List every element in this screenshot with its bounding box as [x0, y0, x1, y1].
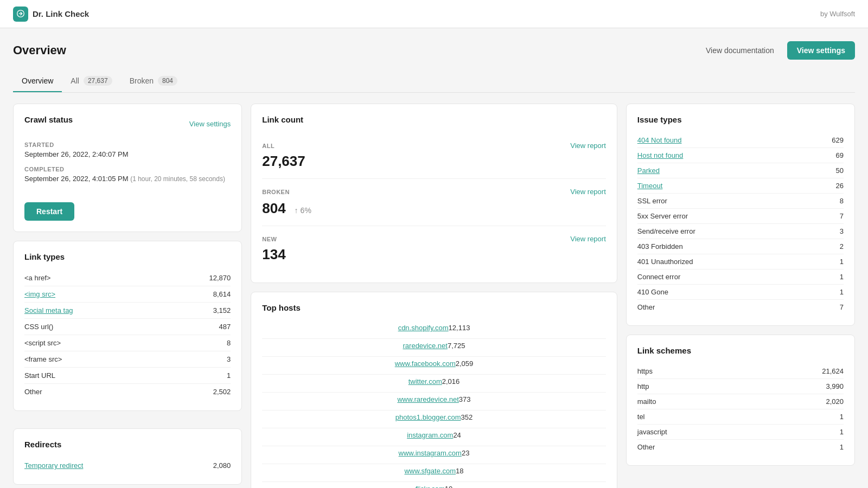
issue-value: 1	[840, 288, 844, 296]
issue-label[interactable]: Parked	[637, 166, 660, 175]
scheme-label: https	[637, 367, 653, 375]
link-schemes-list: https 21,624 http 3,990 mailto 2,020 tel…	[637, 364, 844, 454]
lc-broken-badge-text: 6%	[301, 206, 311, 215]
lc-all-report[interactable]: View report	[570, 142, 606, 150]
page-actions: View documentation View settings	[699, 41, 855, 60]
host-label[interactable]: instagram.com	[407, 431, 453, 439]
issue-label: 403 Forbidden	[637, 242, 683, 251]
issue-label[interactable]: 404 Not found	[637, 136, 682, 144]
view-settings-link[interactable]: View settings	[189, 120, 231, 128]
link-type-label[interactable]: Social meta tag	[24, 306, 73, 314]
list-item: <a href> 12,870	[24, 270, 231, 286]
list-item: www.instagram.com 23	[262, 446, 606, 464]
link-type-value: 3	[227, 355, 231, 363]
view-settings-button[interactable]: View settings	[787, 41, 855, 60]
scheme-label: tel	[637, 413, 645, 421]
tab-broken-label: Broken	[130, 76, 154, 85]
link-count-broken: BROKEN View report 804 ↑ 6%	[262, 179, 606, 226]
redirects-title: Redirects	[24, 440, 231, 449]
link-type-label: Start URL	[24, 371, 55, 380]
list-item: tel 1	[637, 409, 844, 425]
host-label[interactable]: cdn.shopify.com	[398, 324, 449, 332]
lc-broken-header: BROKEN View report	[262, 188, 606, 196]
by-text: by Wulfsoft	[820, 10, 855, 18]
host-label[interactable]: raredevice.net	[403, 342, 448, 350]
top-hosts-list: cdn.shopify.com 12,113 raredevice.net 7,…	[262, 321, 606, 488]
list-item: Social meta tag 3,152	[24, 303, 231, 319]
link-type-label: <script src>	[24, 339, 61, 347]
host-label[interactable]: www.sfgate.com	[404, 467, 456, 475]
page-title: Overview	[13, 43, 66, 57]
list-item: Connect error 1	[637, 269, 844, 285]
lc-all-label: ALL	[262, 143, 275, 149]
page: Overview View documentation View setting…	[0, 28, 868, 488]
issue-label[interactable]: Timeout	[637, 182, 662, 190]
list-item: Timeout 26	[637, 178, 844, 194]
tab-overview[interactable]: Overview	[13, 70, 62, 92]
lc-new-header: NEW View report	[262, 235, 606, 243]
scheme-value: 21,624	[822, 367, 844, 375]
list-item: Host not found 69	[637, 148, 844, 163]
list-item: Start URL 1	[24, 368, 231, 384]
lc-broken-label: BROKEN	[262, 189, 290, 195]
issue-value: 69	[836, 151, 844, 159]
redirect-label[interactable]: Temporary redirect	[24, 461, 83, 470]
link-count-new: NEW View report 134	[262, 226, 606, 272]
issue-value: 629	[832, 136, 844, 144]
list-item: 403 Forbidden 2	[637, 239, 844, 254]
logo: Dr. Link Check	[13, 7, 89, 22]
link-type-label: Other	[24, 388, 42, 396]
lc-broken-value: 804	[262, 200, 285, 217]
completed-note: (1 hour, 20 minutes, 58 seconds)	[130, 175, 225, 183]
host-label[interactable]: flickr.com	[416, 485, 445, 488]
view-docs-button[interactable]: View documentation	[699, 42, 781, 59]
host-value: 7,725	[448, 342, 465, 350]
tab-broken[interactable]: Broken 804	[121, 70, 186, 92]
issue-label: 5xx Server error	[637, 212, 688, 220]
logo-text: Dr. Link Check	[33, 9, 89, 18]
link-count-title: Link count	[262, 115, 606, 124]
list-item: https 21,624	[637, 364, 844, 379]
issue-label[interactable]: Host not found	[637, 151, 684, 159]
link-type-value: 1	[227, 371, 231, 380]
list-item: http 3,990	[637, 379, 844, 394]
issue-value: 1	[840, 258, 844, 266]
issue-label: 410 Gone	[637, 288, 668, 296]
tab-all-label: All	[71, 76, 79, 85]
host-label[interactable]: www.raredevice.net	[397, 395, 458, 403]
host-label[interactable]: www.facebook.com	[395, 359, 456, 368]
list-item: Other 1	[637, 440, 844, 454]
lc-new-report[interactable]: View report	[570, 235, 606, 243]
scheme-label: javascript	[637, 428, 667, 436]
tab-all[interactable]: All 27,637	[62, 70, 120, 92]
link-schemes-title: Link schemes	[637, 346, 844, 355]
link-type-label: <frame src>	[24, 355, 62, 363]
link-schemes-card: Link schemes https 21,624 http 3,990 mai…	[626, 335, 855, 466]
issue-types-title: Issue types	[637, 115, 844, 124]
lc-broken-report[interactable]: View report	[570, 188, 606, 196]
link-type-label: <a href>	[24, 274, 50, 282]
link-type-label[interactable]: <img src>	[24, 290, 55, 298]
issue-value: 8	[840, 197, 844, 205]
top-hosts-card: Top hosts cdn.shopify.com 12,113 raredev…	[251, 292, 617, 488]
tab-overview-label: Overview	[22, 76, 53, 85]
link-type-value: 8	[227, 339, 231, 347]
tabs: Overview All 27,637 Broken 804	[13, 70, 855, 93]
host-label[interactable]: twitter.com	[409, 377, 442, 386]
completed-value: September 26, 2022, 4:01:05 PM (1 hour, …	[24, 175, 231, 183]
arrow-up-icon: ↑	[295, 206, 298, 215]
link-type-label: CSS url()	[24, 323, 53, 331]
issue-value: 7	[840, 303, 844, 311]
scheme-value: 3,990	[826, 382, 844, 390]
restart-button[interactable]: Restart	[24, 202, 74, 221]
link-type-value: 3,152	[213, 306, 231, 314]
redirect-value: 2,080	[213, 461, 231, 470]
list-item: 5xx Server error 7	[637, 209, 844, 224]
list-item: cdn.shopify.com 12,113	[262, 321, 606, 339]
list-item: Other 2,502	[24, 384, 231, 400]
completed-label: COMPLETED	[24, 166, 231, 172]
list-item: <img src> 8,614	[24, 286, 231, 303]
host-label[interactable]: photos1.blogger.com	[395, 413, 461, 421]
right-column: Issue types 404 Not found 629 Host not f…	[626, 104, 855, 488]
host-label[interactable]: www.instagram.com	[399, 449, 462, 457]
